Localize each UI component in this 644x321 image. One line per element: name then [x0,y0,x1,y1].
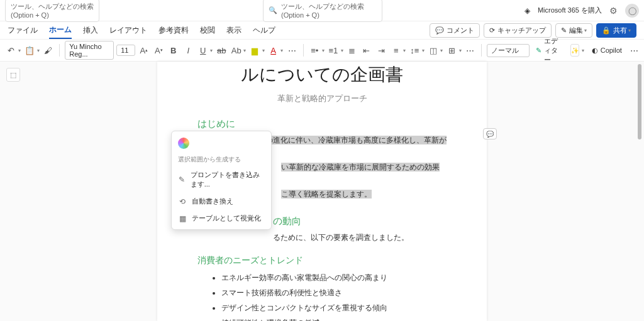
more-font-button[interactable]: ⋯ [286,43,297,58]
line-spacing-button[interactable]: ↕≡ [408,43,420,58]
item-label: プロンプトを書き込みます... [191,170,265,189]
catchup-icon: ⟳ [489,26,495,35]
indent-increase-button[interactable]: ⇥ [375,43,387,58]
settings-icon[interactable]: ⚙ [609,6,618,16]
italic-button[interactable]: I [182,43,194,58]
chevron-down-icon[interactable]: ▾ [37,48,40,53]
copilot-section-label: 選択範囲から生成する [172,153,271,166]
chevron-down-icon[interactable]: ▾ [341,48,343,53]
more-button[interactable]: ⋯ [630,43,639,58]
tab-file[interactable]: ファイル [8,23,38,38]
multilevel-button[interactable]: ≣ [346,43,358,58]
selected-text-line3: こ導く戦略を提案します。 [281,190,372,199]
highlight-button[interactable]: ▆ [248,43,260,58]
more-para-button[interactable]: ⋯ [464,43,476,58]
divider [59,44,60,57]
copilot-button[interactable]: ◐Copilot [588,45,626,57]
tab-help[interactable]: ヘルプ [253,23,275,38]
pencil-icon: ✎ [178,175,186,184]
font-name-select[interactable]: Yu Mincho Reg... [65,41,114,60]
chevron-down-icon[interactable]: ▾ [262,48,265,53]
heading-intro: はじめに [197,118,447,130]
search-left[interactable]: ツール、ヘルプなどの検索 (Option + Q) [5,0,99,22]
chevron-down-icon[interactable]: ▾ [459,48,462,53]
catchup-label: キャッチアップ [497,26,546,35]
copilot-popup: 選択範囲から生成する ✎ プロンプトを書き込みます... ⟲ 自動書き換え ▦ … [171,131,272,230]
titlebar-right: ◈ Microsoft 365 を購入 ⚙ ◯ [525,4,639,18]
buy-link[interactable]: Microsoft 365 を購入 [538,6,602,15]
list-item: デザイン性とコンパクトなサイズを重視する傾向 [221,300,447,315]
chevron-down-icon[interactable]: ▾ [280,48,283,53]
font-color-button[interactable]: A [267,43,279,58]
comment-icon: 💬 [435,26,444,35]
shrink-font-button[interactable]: A▾ [153,43,165,58]
chevron-down-icon[interactable]: ▾ [403,48,406,53]
needs-list: エネルギー効率の高い家電製品への関心の高まり スマート技術搭載の利便性と快適さ … [197,270,447,321]
font-size-select[interactable]: 11 [116,45,135,56]
chevron-down-icon: ▾ [628,28,631,33]
heading-market: の動向 [273,215,447,227]
list-item: エネルギー効率の高い家電製品への関心の高まり [221,270,447,285]
chevron-down-icon[interactable]: ▾ [18,48,21,53]
underline-button[interactable]: U [197,43,209,58]
chevron-down-icon[interactable]: ▾ [322,48,325,53]
tab-view[interactable]: 表示 [226,23,242,38]
bullets-button[interactable]: ≡• [309,43,321,58]
tab-insert[interactable]: 挿入 [83,23,98,38]
search-center-text: ツール、ヘルプなどの検索 (Option + Q) [281,2,377,19]
style-select[interactable]: ノーマル [487,44,530,57]
tab-layout[interactable]: レイアウト [109,23,147,38]
numbering-button[interactable]: ≡1 [327,43,339,58]
sparkle-icon: ✨ [571,47,579,54]
search-icon: 🔍 [269,6,277,14]
format-painter-button[interactable]: 🖌 [42,43,54,58]
market-paragraph: るために、以下の要素を調査しました。 [273,231,447,245]
search-center[interactable]: 🔍 ツール、ヘルプなどの検索 (Option + Q) [263,0,382,22]
tab-review[interactable]: 校閲 [200,23,215,38]
tab-home[interactable]: ホーム [49,22,72,39]
strikethrough-button[interactable]: ab [215,43,227,58]
chevron-down-icon[interactable]: ▾ [243,48,246,53]
copilot-item-prompt[interactable]: ✎ プロンプトを書き込みます... [172,166,271,193]
table-icon: ▦ [178,214,187,223]
chevron-down-icon[interactable]: ▾ [582,48,584,53]
copilot-item-rewrite[interactable]: ⟲ 自動書き換え [172,193,271,210]
chevron-down-icon: ▾ [584,28,587,33]
doc-subtitle: 革新と戦略的アプローチ [197,93,447,104]
copilot-popup-header [172,134,271,153]
tab-stop-icon[interactable]: ⬚ [6,68,20,82]
shading-button[interactable]: ◫ [427,43,439,58]
titlebar: ツール、ヘルプなどの検索 (Option + Q) 🔍 ツール、ヘルプなどの検索… [0,0,644,21]
paste-button[interactable]: 📋 [23,43,35,58]
align-button[interactable]: ≡ [390,43,402,58]
wand-icon: ⟲ [178,197,187,206]
comment-button[interactable]: 💬コメント [430,23,480,38]
copilot-icon: ◐ [592,46,598,55]
chevron-down-icon[interactable]: ▾ [210,48,213,53]
diamond-icon: ◈ [525,6,530,15]
pencil-icon: ✎ [561,26,567,35]
heading-needs: 消費者のニーズとトレンド [197,255,447,266]
item-label: 自動書き換え [192,197,233,206]
avatar[interactable]: ◯ [625,4,639,18]
divider [481,44,482,57]
bold-button[interactable]: B [167,43,179,58]
indent-decrease-button[interactable]: ⇤ [360,43,372,58]
comment-label: コメント [447,26,474,35]
tab-references[interactable]: 参考資料 [158,23,189,38]
undo-button[interactable]: ↶ [5,43,17,58]
grow-font-button[interactable]: A▴ [138,43,150,58]
designer-button[interactable]: ✨ [570,44,579,57]
vertical-scrollbar[interactable] [638,62,643,321]
workspace: ⬚ ルについての企画書 革新と戦略的アプローチ はじめに 現代の消費者ニーズの進… [0,62,644,321]
chevron-down-icon[interactable]: ▾ [440,48,443,53]
copilot-item-table[interactable]: ▦ テーブルとして視覚化 [172,210,271,227]
share-icon: 🔒 [602,26,611,35]
scroll-thumb[interactable] [638,64,641,139]
change-case-button[interactable]: Ab [230,43,242,58]
editor-icon: ✎ [536,46,541,55]
toolbar: ↶▾ 📋▾ 🖌 Yu Mincho Reg... 11 A▴ A▾ B I U▾… [0,39,644,62]
borders-button[interactable]: ⊞ [445,43,457,58]
comment-marker[interactable]: 💬 [483,128,497,139]
chevron-down-icon[interactable]: ▾ [422,48,425,53]
